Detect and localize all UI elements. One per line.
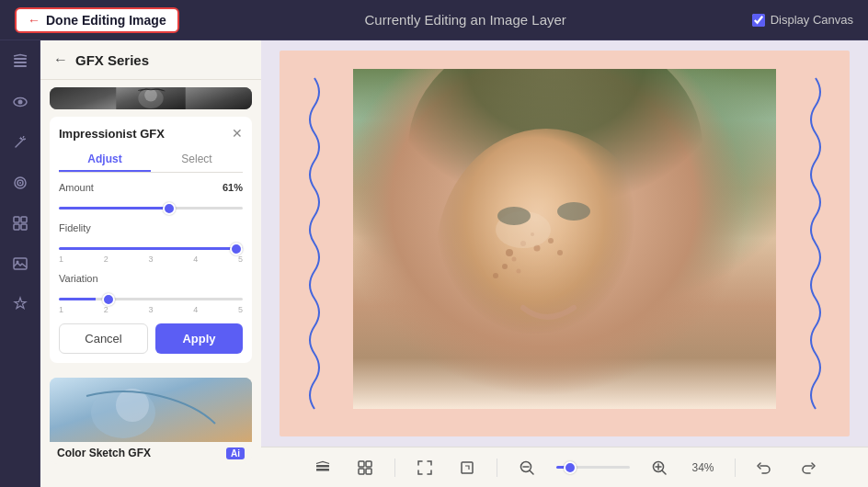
zoom-slider[interactable] xyxy=(556,466,630,469)
squiggly-left xyxy=(280,51,348,436)
canvas-workspace[interactable] xyxy=(261,40,868,447)
display-canvas-control[interactable]: Display Canvas xyxy=(752,13,853,27)
impressionist-title: Impressionist GFX xyxy=(59,127,165,141)
resize-icon[interactable] xyxy=(454,455,480,481)
zoom-out-button[interactable] xyxy=(514,455,540,481)
svg-line-44 xyxy=(530,470,533,474)
color-sketch-name: Color Sketch GFX xyxy=(57,447,151,459)
top-bar: ← Done Editing Image Currently Editing a… xyxy=(0,0,868,40)
grid-icon[interactable] xyxy=(8,211,32,235)
ai-tools-icon[interactable] xyxy=(8,292,32,316)
svg-point-30 xyxy=(517,269,521,274)
magic-icon[interactable] xyxy=(8,130,32,154)
color-sketch-label-row: Color Sketch GFX Ai xyxy=(50,442,252,464)
layers-icon[interactable] xyxy=(8,50,32,74)
tab-adjust[interactable]: Adjust xyxy=(59,148,151,172)
image-icon[interactable] xyxy=(8,252,32,276)
adjust-select-tabs: Adjust Select xyxy=(59,148,243,173)
action-buttons: Cancel Apply xyxy=(59,323,243,354)
gfx-series-title: GFX Series xyxy=(75,52,149,68)
color-sketch-thumb xyxy=(50,378,252,442)
grid-toolbar-icon[interactable] xyxy=(352,455,378,481)
display-canvas-label: Display Canvas xyxy=(771,13,853,27)
svg-rect-41 xyxy=(462,462,473,473)
variation-label-row: Variation xyxy=(59,273,243,284)
effects-icon[interactable] xyxy=(8,171,32,195)
tab-select[interactable]: Select xyxy=(151,148,243,172)
toolbar-sep-2 xyxy=(497,459,497,477)
svg-point-16 xyxy=(144,89,157,102)
svg-rect-8 xyxy=(14,217,19,222)
svg-rect-10 xyxy=(14,224,19,230)
done-editing-label: Done Editing Image xyxy=(46,13,166,28)
fidelity-label-row: Fidelity xyxy=(59,222,243,233)
amount-slider[interactable] xyxy=(59,207,243,210)
left-panel: ← GFX Series xyxy=(40,40,261,487)
color-sketch-card[interactable]: Color Sketch GFX Ai xyxy=(50,378,252,464)
svg-rect-39 xyxy=(359,469,364,474)
zoom-percent: 34% xyxy=(689,461,718,474)
amount-label: Amount xyxy=(59,182,94,193)
svg-point-27 xyxy=(512,257,517,262)
apply-button[interactable]: Apply xyxy=(155,323,243,354)
svg-point-25 xyxy=(548,238,554,244)
impressionist-close-button[interactable]: ✕ xyxy=(232,126,243,141)
toolbar-sep-3 xyxy=(735,459,736,477)
main-content: ← GFX Series xyxy=(0,40,868,487)
cancel-button[interactable]: Cancel xyxy=(59,323,148,354)
layers-toolbar-icon[interactable] xyxy=(310,455,336,481)
comic-noir-card[interactable]: Comic Noir GFX Ai xyxy=(50,87,252,109)
svg-point-22 xyxy=(506,249,513,256)
svg-rect-11 xyxy=(21,224,27,230)
svg-point-26 xyxy=(502,264,508,269)
editing-title: Currently Editing an Image Layer xyxy=(365,12,566,28)
impressionist-panel: Impressionist GFX ✕ Adjust Select Amount… xyxy=(50,117,252,363)
svg-rect-0 xyxy=(14,58,27,60)
eye-icon[interactable] xyxy=(8,90,32,114)
variation-ticks: 12345 xyxy=(59,305,243,314)
svg-rect-2 xyxy=(14,65,27,67)
svg-rect-40 xyxy=(366,469,371,474)
fidelity-ticks: 12345 xyxy=(59,255,243,264)
svg-rect-37 xyxy=(359,461,364,467)
svg-point-31 xyxy=(493,273,498,278)
fit-screen-icon[interactable] xyxy=(412,455,438,481)
gfx-back-button[interactable]: ← xyxy=(53,51,68,68)
squiggly-right xyxy=(781,51,850,436)
comic-noir-thumb xyxy=(50,87,252,109)
svg-point-33 xyxy=(497,207,531,225)
svg-point-29 xyxy=(557,250,563,255)
svg-rect-35 xyxy=(316,465,329,468)
bottom-toolbar: 34% xyxy=(261,447,868,487)
redo-button[interactable] xyxy=(794,455,820,481)
svg-rect-9 xyxy=(21,217,27,222)
gfx-series-header: ← GFX Series xyxy=(40,40,261,80)
undo-button[interactable] xyxy=(752,455,778,481)
photo-area xyxy=(353,69,776,409)
svg-line-48 xyxy=(662,470,666,474)
fidelity-slider-group: Fidelity 12345 xyxy=(59,222,243,264)
fidelity-label: Fidelity xyxy=(59,222,91,233)
canvas-area: 34% xyxy=(261,40,868,487)
variation-slider-group: Variation 12345 xyxy=(59,273,243,314)
variation-slider[interactable] xyxy=(59,298,243,300)
amount-value: 61% xyxy=(223,182,243,193)
svg-rect-38 xyxy=(366,461,371,467)
zoom-slider-group xyxy=(556,466,630,469)
display-canvas-checkbox[interactable] xyxy=(752,14,765,27)
color-sketch-ai-badge: Ai xyxy=(226,447,245,459)
canvas-container xyxy=(280,51,850,436)
fidelity-slider[interactable] xyxy=(59,247,243,250)
svg-rect-1 xyxy=(14,62,27,63)
back-arrow-icon: ← xyxy=(28,13,40,28)
svg-rect-36 xyxy=(316,469,329,471)
impressionist-header: Impressionist GFX ✕ xyxy=(59,126,243,141)
variation-label: Variation xyxy=(59,273,98,284)
zoom-in-button[interactable] xyxy=(646,455,672,481)
icon-bar xyxy=(0,40,40,487)
done-editing-button[interactable]: ← Done Editing Image xyxy=(15,7,179,33)
amount-slider-group: Amount 61% xyxy=(59,182,243,213)
svg-point-34 xyxy=(557,202,590,221)
amount-label-row: Amount 61% xyxy=(59,182,243,193)
svg-point-21 xyxy=(436,129,657,386)
